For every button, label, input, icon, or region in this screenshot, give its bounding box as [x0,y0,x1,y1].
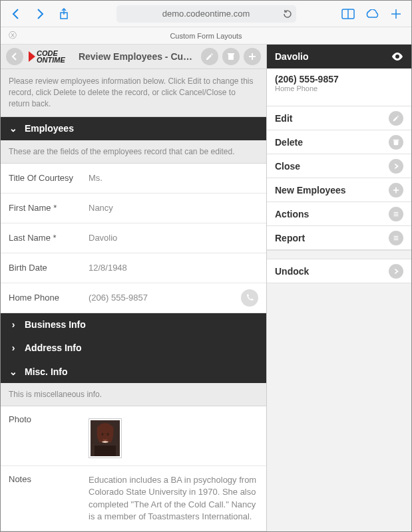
main-panel: CODEONTIME Review Employees - Cu… Please… [1,45,267,531]
field-last-name: Last Name * Davolio [1,223,266,253]
section-misc-desc: This is miscellaneous info. [1,383,266,406]
field-photo: Photo [1,406,266,466]
tab-title: Custom Form Layouts [170,32,242,40]
browser-toolbar: demo.codeontime.com [1,1,411,27]
phone-icon[interactable] [241,289,258,307]
edit-button[interactable] [201,48,218,65]
plus-icon [389,183,403,198]
section-business-header[interactable]: › Business Info [1,313,266,336]
field-title-courtesy: Title Of Courtesy Ms. [1,164,266,194]
cloud-icon[interactable] [362,4,382,24]
chevron-right-icon: › [9,319,18,330]
brand-logo: CODEONTIME [27,49,70,65]
help-text: Please review employees information belo… [1,69,266,116]
section-address-header[interactable]: › Address Info [1,336,266,360]
phone-icon[interactable] [275,92,403,100]
svg-point-13 [107,433,109,436]
page-title: Review Employees - Cu… [74,51,197,62]
field-notes: Notes Education includes a BA in psychol… [1,466,266,531]
side-item-close[interactable]: Close [267,154,411,178]
chevron-right-icon: › [9,342,18,353]
svg-rect-14 [95,446,116,456]
field-home-phone: Home Phone (206) 555-9857 [1,283,266,313]
back-circle-button[interactable] [6,48,23,65]
side-item-delete[interactable]: Delete [267,130,411,154]
side-gap [267,250,411,259]
delete-button[interactable] [222,48,240,65]
employee-photo[interactable] [89,418,122,458]
field-birth-date: Birth Date 12/8/1948 [1,253,266,283]
trash-icon [389,135,403,150]
arrow-right-icon [389,264,403,279]
list-icon [389,231,403,245]
address-text: demo.codeontime.com [162,9,250,19]
side-item-actions[interactable]: Actions [267,202,411,226]
side-item-new[interactable]: New Employees [267,178,411,202]
arrow-right-icon [389,159,403,174]
side-item-edit[interactable]: Edit [267,106,411,130]
svg-rect-16 [393,139,399,140]
forward-button[interactable] [30,4,50,24]
eye-icon[interactable] [391,53,403,61]
svg-rect-15 [394,140,399,145]
address-bar[interactable]: demo.codeontime.com [116,5,296,23]
pencil-icon [389,111,403,126]
close-tab-icon[interactable]: ⓧ [9,30,17,41]
chevron-down-icon: ⌄ [9,123,18,134]
chevron-down-icon: ⌄ [9,366,18,377]
svg-rect-6 [228,55,234,60]
back-button[interactable] [6,4,26,24]
share-button[interactable] [54,4,74,24]
add-button[interactable] [244,48,261,65]
new-tab-button[interactable] [386,4,406,24]
section-employees-desc: These are the fields of the employees re… [1,140,266,164]
section-misc-header[interactable]: ⌄ Misc. Info [1,360,266,383]
svg-rect-7 [228,53,234,55]
tab-bar: ⓧ Custom Form Layouts [1,27,411,45]
side-phone-block: (206) 555-9857 Home Phone [267,68,411,106]
side-item-report[interactable]: Report [267,226,411,250]
svg-point-12 [102,433,104,436]
book-icon[interactable] [338,4,358,24]
field-first-name: First Name * Nancy [1,194,266,223]
side-item-undock[interactable]: Undock [267,259,411,283]
section-employees-header[interactable]: ⌄ Employees [1,117,266,140]
page-header: CODEONTIME Review Employees - Cu… [1,45,266,69]
side-panel: Davolio (206) 555-9857 Home Phone Edit D… [267,45,411,531]
side-header: Davolio [267,45,411,68]
list-icon [389,207,403,221]
refresh-icon[interactable] [283,9,292,19]
